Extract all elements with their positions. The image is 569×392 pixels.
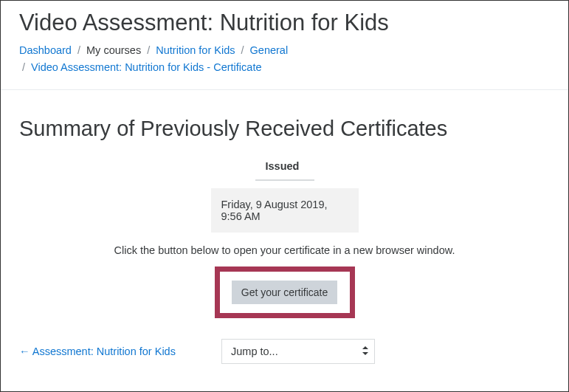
breadcrumb-sep: / [241,44,244,56]
get-certificate-button[interactable]: Get your certificate [232,281,338,304]
table-header-issued: Issued [255,154,314,181]
breadcrumb-sep: / [147,44,150,56]
table-cell-issued-date: Friday, 9 August 2019, 9:56 AM [211,188,359,233]
breadcrumb-sep: / [77,44,80,56]
breadcrumb-general[interactable]: General [250,44,289,56]
breadcrumb: Dashboard / My courses / Nutrition for K… [19,42,550,76]
breadcrumb-dashboard[interactable]: Dashboard [19,44,72,56]
highlight-box: Get your certificate [215,267,355,318]
jump-to-select[interactable]: Jump to... [221,339,375,364]
breadcrumb-course[interactable]: Nutrition for Kids [156,44,235,56]
breadcrumb-mycourses: My courses [86,44,141,56]
footer-nav: ← Assessment: Nutrition for Kids Jump to… [19,339,550,364]
section-title: Summary of Previously Received Certifica… [19,117,550,141]
breadcrumb-current[interactable]: Video Assessment: Nutrition for Kids - C… [31,61,261,73]
jump-to-label: Jump to... [231,345,278,357]
certificates-table: Issued Friday, 9 August 2019, 9:56 AM [211,154,359,233]
page-title: Video Assessment: Nutrition for Kids [19,10,550,36]
instruction-text: Click the button below to open your cert… [19,244,550,256]
breadcrumb-sep: / [22,61,25,73]
prev-activity-link[interactable]: ← Assessment: Nutrition for Kids [19,345,204,357]
chevron-updown-icon [362,346,368,357]
